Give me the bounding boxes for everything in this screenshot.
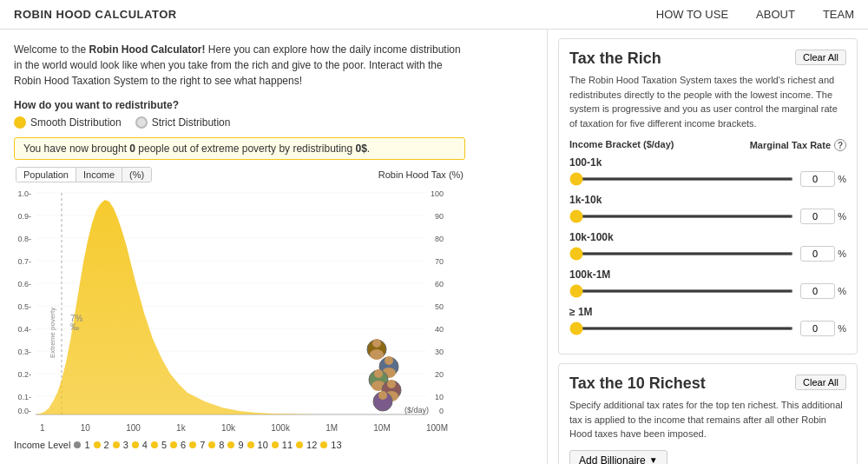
x-label-10: 10 — [81, 423, 90, 433]
pct-label-4: % — [838, 323, 846, 334]
bracket-number-4[interactable] — [800, 321, 835, 336]
svg-text:0.4-: 0.4- — [17, 325, 31, 334]
svg-text:0.3-: 0.3- — [17, 348, 31, 356]
bracket-number-2[interactable] — [800, 246, 835, 262]
dropdown-arrow-icon: ▼ — [649, 455, 658, 464]
svg-text:40: 40 — [435, 325, 444, 334]
income-num-6: 6 — [181, 440, 186, 450]
nav-team[interactable]: TEAM — [823, 8, 854, 21]
chart-tab-group: Population Income (%) — [16, 167, 152, 182]
main-layout: Welcome to the Robin Hood Calculator! He… — [0, 30, 868, 464]
left-panel: Welcome to the Robin Hood Calculator! He… — [0, 30, 547, 464]
bracket-100k-1m: 100k-1M % — [569, 268, 846, 299]
bracket-slider-1[interactable] — [569, 215, 793, 218]
svg-text:90: 90 — [435, 212, 444, 221]
bracket-10k-100k: 10k-100k % — [569, 231, 846, 262]
bracket-number-0[interactable] — [800, 171, 835, 187]
strict-radio[interactable] — [135, 116, 148, 129]
income-num-3: 3 — [123, 440, 128, 450]
nav-about[interactable]: ABOUT — [756, 8, 795, 21]
add-billionaire-button[interactable]: Add Billionaire ▼ — [569, 450, 667, 465]
tab-pct[interactable]: (%) — [122, 168, 151, 182]
income-dot-4 — [132, 441, 139, 448]
tax-10-clear-btn[interactable]: Clear All — [795, 375, 846, 390]
x-label-100m: 100M — [426, 423, 448, 433]
bracket-input-group-4: % — [800, 321, 846, 336]
pct-label-3: % — [838, 286, 846, 296]
svg-point-36 — [370, 349, 384, 360]
x-axis-unit: ($/day) — [404, 406, 429, 414]
bracket-slider-4[interactable] — [569, 327, 793, 330]
tax-rich-header: Tax the Rich Clear All — [569, 50, 846, 68]
bracket-number-1[interactable] — [800, 209, 835, 224]
svg-text:0.0-: 0.0- — [17, 407, 31, 415]
strict-distribution-option[interactable]: Strict Distribution — [135, 116, 231, 129]
income-num-1: 1 — [84, 440, 89, 450]
bracket-slider-row-4: % — [569, 321, 846, 336]
svg-text:0.1-: 0.1- — [17, 393, 31, 401]
income-dot-11 — [272, 441, 279, 448]
tax-rich-title: Tax the Rich — [569, 50, 661, 68]
income-num-13: 13 — [331, 440, 341, 450]
app-title: ROBIN HOOD CALCULATOR — [14, 8, 177, 21]
bracket-input-group-3: % — [800, 283, 846, 299]
bracket-100-1k: 100-1k % — [569, 156, 846, 187]
income-dot-9 — [227, 441, 234, 448]
bracket-1k-10k: 1k-10k % — [569, 194, 846, 224]
income-level-label: Income Level — [14, 440, 70, 450]
bracket-input-group-0: % — [800, 171, 846, 187]
bracket-label-100-1k: 100-1k — [569, 156, 846, 169]
tax-rich-clear-btn[interactable]: Clear All — [795, 50, 846, 65]
svg-point-39 — [374, 369, 383, 378]
tax-rich-desc: The Robin Hood Taxation System taxes the… — [569, 73, 846, 130]
svg-point-43 — [378, 391, 387, 400]
svg-text:50: 50 — [435, 302, 444, 311]
strict-label: Strict Distribution — [152, 116, 231, 129]
x-label-1k: 1k — [176, 423, 186, 433]
add-billionaire-label: Add Billionaire — [579, 454, 646, 465]
svg-point-37 — [385, 356, 393, 365]
nav-how-to-use[interactable]: HOW TO USE — [656, 8, 728, 21]
distribution-curve — [36, 200, 426, 414]
smooth-distribution-option[interactable]: Smooth Distribution — [14, 116, 122, 129]
tax-rich-section: Tax the Rich Clear All The Robin Hood Ta… — [558, 38, 858, 355]
income-dot-8 — [208, 441, 215, 448]
bracket-slider-2[interactable] — [569, 252, 793, 255]
income-num-10: 10 — [258, 440, 268, 450]
income-num-5: 5 — [161, 440, 167, 450]
svg-text:80: 80 — [435, 235, 444, 243]
x-label-1: 1 — [40, 423, 45, 433]
svg-text:0.2-: 0.2- — [17, 370, 31, 379]
income-dot-10 — [247, 441, 254, 448]
income-dot-2 — [94, 441, 101, 448]
smooth-radio[interactable] — [14, 116, 26, 129]
x-label-10k: 10k — [221, 423, 235, 433]
bracket-slider-row-3: % — [569, 283, 846, 299]
svg-text:70: 70 — [435, 257, 444, 266]
bracket-slider-3[interactable] — [569, 289, 793, 293]
marginal-help-icon[interactable]: ? — [834, 139, 846, 151]
svg-text:Extreme poverty: Extreme poverty — [49, 308, 56, 358]
bracket-number-3[interactable] — [800, 283, 835, 299]
poverty-text: You have now brought 0 people out of ext… — [23, 143, 370, 155]
pct-label-1: % — [838, 211, 846, 222]
bracket-headers: Income Bracket ($/day) Marginal Tax Rate… — [569, 139, 846, 151]
income-dot-13 — [320, 441, 327, 448]
bracket-label-100k-1m: 100k-1M — [569, 268, 846, 281]
income-num-9: 9 — [238, 440, 243, 450]
svg-text:30: 30 — [435, 348, 444, 356]
intro-suffix: Here you can explore how the daily incom… — [14, 43, 461, 87]
bracket-1m-plus: ≥ 1M % — [569, 306, 846, 336]
tax-10-title: Tax the 10 Richest — [569, 375, 706, 393]
distribution-options: Smooth Distribution Strict Distribution — [14, 116, 533, 129]
bracket-slider-0[interactable] — [569, 177, 793, 181]
svg-text:0.8-: 0.8- — [17, 235, 31, 243]
svg-text:0.7-: 0.7- — [17, 257, 31, 266]
intro-bold: Robin Hood Calculator! — [89, 43, 205, 56]
x-label-10m: 10M — [373, 423, 390, 433]
bracket-input-group-1: % — [800, 209, 846, 224]
tab-income[interactable]: Income — [76, 168, 122, 182]
svg-point-41 — [387, 380, 396, 388]
tab-population[interactable]: Population — [16, 168, 76, 182]
svg-text:0: 0 — [439, 407, 444, 415]
